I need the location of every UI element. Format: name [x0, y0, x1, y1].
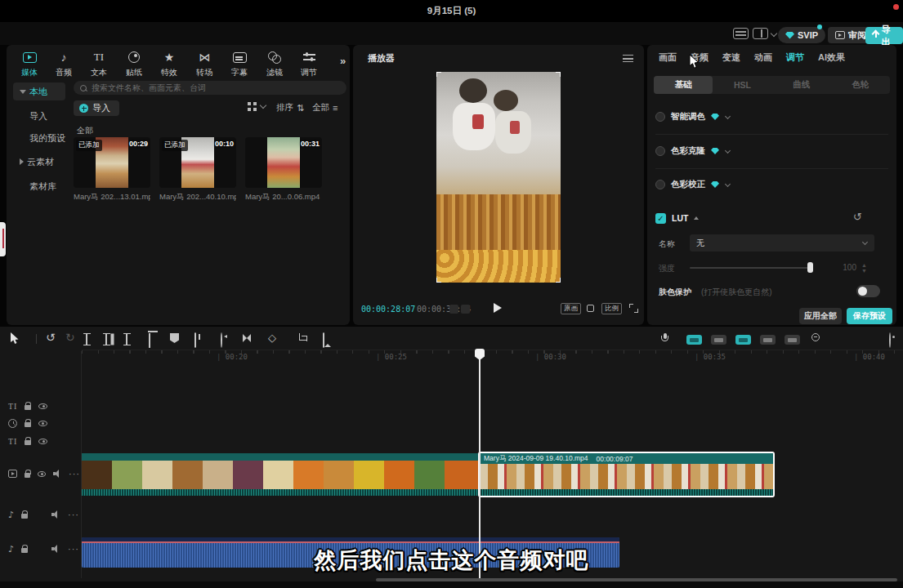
sort-button[interactable]: 排序 ⇅: [276, 102, 304, 114]
chevron-down-icon[interactable]: [725, 114, 731, 120]
player-menu-icon[interactable]: [623, 55, 633, 62]
chevron-down-icon[interactable]: [725, 149, 731, 154]
linked-selection-icon[interactable]: [711, 335, 726, 345]
tab-media[interactable]: 媒体: [13, 50, 46, 78]
crop-handle-icon[interactable]: [436, 72, 441, 77]
svip-button[interactable]: SVIP: [778, 27, 825, 43]
color-correction-toggle[interactable]: [655, 180, 665, 189]
sidebar-item-local[interactable]: 本地: [13, 82, 65, 100]
frame-tool-icon[interactable]: [461, 305, 470, 314]
zoom-fit-icon[interactable]: [889, 332, 891, 348]
lock-icon[interactable]: [21, 514, 28, 519]
panel-layout-icon[interactable]: [733, 28, 749, 39]
mask-icon[interactable]: [170, 333, 179, 343]
subtab-basic[interactable]: 基础: [654, 76, 713, 94]
lock-icon[interactable]: [25, 473, 30, 478]
import-button[interactable]: 导入: [74, 100, 119, 116]
crop-handle-icon[interactable]: [556, 278, 561, 283]
visibility-icon[interactable]: [38, 471, 46, 477]
sidebar-item-import[interactable]: 导入: [13, 107, 65, 125]
tab-canvas[interactable]: 画面: [659, 51, 677, 64]
tab-adjust[interactable]: 调节: [293, 50, 325, 78]
layout-dropdown-caret[interactable]: [771, 31, 777, 37]
skin-protect-toggle[interactable]: [856, 285, 880, 297]
more-options-icon[interactable]: ···: [68, 510, 79, 519]
export-button[interactable]: 导出: [865, 27, 903, 44]
sidebar-item-cloud[interactable]: 云素材: [13, 153, 65, 171]
subtab-wheels[interactable]: 色轮: [831, 76, 890, 94]
lock-icon[interactable]: [25, 422, 31, 427]
tab-sticker[interactable]: 贴纸: [118, 50, 150, 78]
visibility-icon[interactable]: [38, 421, 47, 426]
subtab-curves[interactable]: 曲线: [772, 76, 831, 94]
collapse-caret-icon[interactable]: [694, 216, 699, 220]
color-clone-toggle[interactable]: [655, 146, 665, 156]
tools-expand-chevrons-icon[interactable]: »: [340, 55, 346, 67]
tab-speed[interactable]: 变速: [722, 51, 740, 64]
layout-columns-icon[interactable]: [753, 28, 768, 39]
crop-handle-icon[interactable]: [436, 278, 441, 283]
select-tool-icon[interactable]: [10, 332, 20, 345]
tab-ai-effects[interactable]: AI效果: [818, 51, 845, 64]
speaker-icon[interactable]: [51, 510, 60, 519]
tab-animation[interactable]: 动画: [754, 51, 772, 64]
delete-icon[interactable]: [149, 333, 150, 348]
crop-handle-icon[interactable]: [556, 72, 561, 77]
reverse-icon[interactable]: [221, 332, 222, 348]
view-mode-button[interactable]: [248, 102, 266, 112]
background-icon[interactable]: [323, 332, 324, 348]
visibility-icon[interactable]: [38, 403, 47, 409]
lock-icon[interactable]: [25, 440, 31, 445]
speaker-icon[interactable]: [53, 470, 61, 478]
tab-audio[interactable]: ♪ 音频: [47, 50, 80, 78]
frame-tool-icon[interactable]: [449, 305, 458, 314]
media-item-1[interactable]: 已添加 00:29 Mary马 202...13.01.mp4: [74, 137, 150, 203]
rotate-icon[interactable]: ◇: [268, 332, 276, 344]
bubble-tool-icon[interactable]: [785, 335, 800, 345]
preview-zoom-icon[interactable]: [587, 305, 595, 313]
freeze-frame-icon[interactable]: [194, 332, 196, 348]
snap-toggle-icon[interactable]: [686, 335, 702, 345]
media-item-3[interactable]: 00:31 Mary马 20...0.06.mp4: [245, 137, 322, 203]
video-clip-1[interactable]: [82, 453, 478, 496]
chevron-down-icon[interactable]: [725, 182, 731, 188]
tab-captions[interactable]: 字幕: [223, 50, 256, 78]
split-view-icon[interactable]: [760, 335, 776, 345]
subtab-hsl[interactable]: HSL: [713, 76, 771, 94]
save-preset-button[interactable]: 保存预设: [847, 308, 892, 324]
more-options-icon[interactable]: ···: [69, 469, 80, 479]
tab-adjustment[interactable]: 调节: [786, 51, 804, 64]
tab-text[interactable]: TI 文本: [83, 50, 115, 78]
quality-button[interactable]: 原画: [561, 303, 581, 314]
search-input[interactable]: [92, 83, 320, 92]
tab-transitions[interactable]: ⋈ 转场: [188, 50, 221, 78]
visibility-icon[interactable]: [38, 439, 47, 444]
video-clip-2-selected[interactable]: Mary马 2024-09-09 19.40.10.mp4 00:00:09:0…: [478, 452, 775, 497]
smart-color-toggle[interactable]: [655, 112, 665, 122]
filter-button[interactable]: 全部 ≡: [312, 102, 338, 114]
video-preview[interactable]: [436, 72, 561, 283]
play-button[interactable]: [494, 303, 502, 313]
lut-name-select[interactable]: 无: [690, 234, 874, 252]
search-bar[interactable]: [74, 81, 346, 95]
apply-all-button[interactable]: 应用全部: [799, 308, 842, 324]
media-item-2[interactable]: 已添加 00:10 Mary马 202...40.10.mp4: [159, 137, 236, 203]
strength-slider-knob[interactable]: [807, 262, 813, 273]
redo-icon[interactable]: ↻: [65, 331, 75, 344]
lock-icon[interactable]: [25, 405, 31, 410]
strength-slider-track[interactable]: [690, 267, 811, 269]
undo-icon[interactable]: ↺: [46, 331, 56, 344]
strength-stepper[interactable]: ▲▼: [861, 262, 867, 274]
tab-effects[interactable]: ★ 特效: [153, 50, 186, 78]
ratio-button[interactable]: 比例: [601, 303, 622, 314]
reset-icon[interactable]: ↺: [853, 211, 862, 223]
sidebar-item-presets[interactable]: 我的预设: [13, 129, 74, 147]
timeline-ruler[interactable]: 00:20 00:25 00:30 00:35 00:40: [82, 350, 903, 363]
playhead-line[interactable]: [479, 351, 481, 578]
tab-filters[interactable]: 滤镜: [258, 50, 291, 78]
edge-notification-pill[interactable]: [0, 222, 6, 256]
fullscreen-icon[interactable]: [629, 304, 638, 313]
preview-axis-icon[interactable]: [735, 335, 751, 345]
lut-checkbox[interactable]: ✓: [655, 213, 666, 224]
sidebar-item-assets[interactable]: 素材库: [13, 177, 65, 195]
